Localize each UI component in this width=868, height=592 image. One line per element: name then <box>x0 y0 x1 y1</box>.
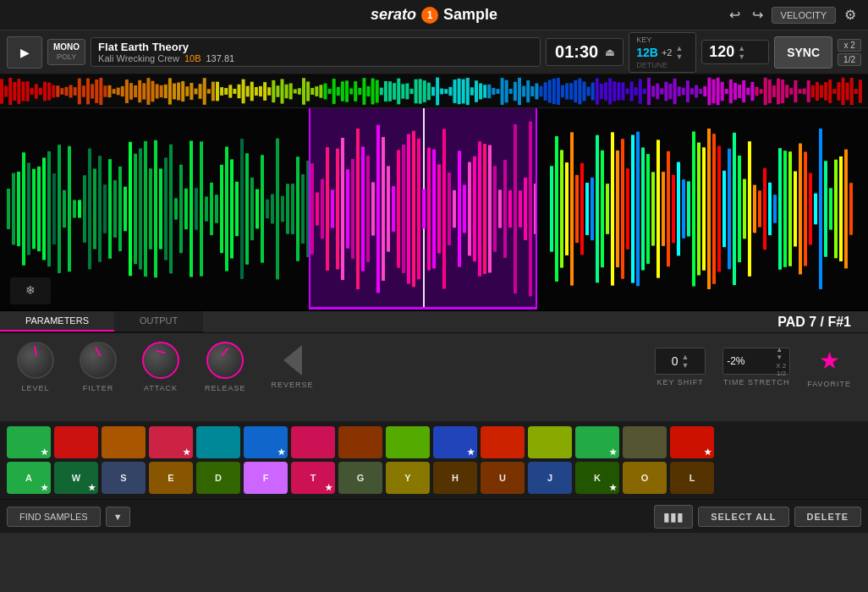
pad-top-1[interactable] <box>54 426 98 458</box>
svg-rect-258 <box>281 196 284 222</box>
svg-rect-338 <box>697 142 700 275</box>
pad-top-12[interactable]: ★ <box>575 426 619 458</box>
mult-x2-button[interactable]: x 2 <box>838 39 861 52</box>
pad-top-8[interactable] <box>386 426 430 458</box>
svg-rect-2 <box>4 86 8 97</box>
find-samples-button[interactable]: FIND SAMPLES <box>7 507 101 527</box>
pad-bottom-13[interactable]: O <box>623 462 667 494</box>
pad-bottom-14[interactable]: L <box>670 462 714 494</box>
time-stretch-arrows[interactable]: ▲ ▼ <box>776 346 786 361</box>
svg-rect-12 <box>47 83 51 101</box>
pad-letter-12: K <box>594 473 601 483</box>
pad-info: PAD 7 / F#1 <box>777 315 851 330</box>
svg-rect-55 <box>233 89 236 94</box>
params-right: 0 ▲ ▼ KEY SHIFT -2% ▲ ▼ <box>655 347 868 388</box>
svg-rect-8 <box>30 88 34 95</box>
key-arrows[interactable]: ▲ ▼ <box>675 44 683 61</box>
pad-top-4[interactable] <box>196 426 240 458</box>
pad-bottom-5[interactable]: F <box>244 462 288 494</box>
svg-rect-272 <box>351 159 354 259</box>
svg-rect-296 <box>473 156 476 261</box>
svg-rect-332 <box>667 151 670 266</box>
svg-rect-126 <box>540 86 543 97</box>
time-stretch-box: -2% ▲ ▼ X 2 1/2 <box>722 348 790 375</box>
waveform-main[interactable]: ❄ <box>0 108 868 310</box>
velocity-button[interactable]: VELOCITY <box>772 7 836 24</box>
detune-label: DETUNE <box>636 61 667 69</box>
svg-rect-65 <box>276 85 279 96</box>
svg-rect-221 <box>93 168 96 249</box>
release-knob[interactable] <box>206 342 244 379</box>
svg-rect-162 <box>695 85 698 98</box>
svg-rect-303 <box>508 190 512 227</box>
key-row: 12B +2 ▲ ▼ <box>636 44 683 61</box>
svg-rect-316 <box>585 183 589 235</box>
svg-rect-190 <box>816 82 819 101</box>
bars-button[interactable]: ▮▮▮ <box>654 505 693 529</box>
svg-rect-176 <box>755 87 759 96</box>
pad-top-7[interactable] <box>338 426 382 458</box>
mono-poly-button[interactable]: MONO POLY <box>47 39 85 65</box>
eject-button[interactable]: ⏏ <box>605 47 614 58</box>
pad-top-9[interactable]: ★ <box>433 426 477 458</box>
svg-rect-246 <box>220 165 223 253</box>
tab-parameters[interactable]: PARAMETERS <box>0 311 114 332</box>
mult-half-button[interactable]: 1/2 <box>838 53 861 66</box>
svg-rect-25 <box>103 85 107 96</box>
redo-button[interactable]: ↪ <box>749 5 766 25</box>
svg-rect-328 <box>646 154 650 264</box>
pad-bottom-6[interactable]: T★ <box>291 462 335 494</box>
pad-row-2: A★W★SEDFT★GYHUJK★OL <box>7 462 861 494</box>
svg-rect-214 <box>58 145 61 273</box>
pad-bottom-3[interactable]: E <box>149 462 193 494</box>
svg-rect-42 <box>177 83 180 101</box>
pad-top-14[interactable]: ★ <box>670 426 714 458</box>
pad-bottom-10[interactable]: U <box>481 462 525 494</box>
sync-button[interactable]: SYNC <box>774 36 832 69</box>
delete-button[interactable]: DELETE <box>794 507 861 527</box>
filter-knob[interactable] <box>80 342 117 379</box>
favorite-star[interactable]: ★ <box>819 347 840 375</box>
bpm-arrows[interactable]: ▲ ▼ <box>738 44 745 61</box>
pad-top-3[interactable]: ★ <box>149 426 193 458</box>
svg-rect-247 <box>225 146 228 271</box>
svg-rect-40 <box>168 78 172 104</box>
settings-button[interactable]: ⚙ <box>841 5 860 25</box>
svg-rect-27 <box>113 89 116 94</box>
select-all-button[interactable]: SELECT ALL <box>698 507 788 527</box>
dropdown-arrow-button[interactable]: ▼ <box>106 507 130 527</box>
pad-bottom-11[interactable]: J <box>528 462 572 494</box>
svg-rect-345 <box>733 133 736 285</box>
undo-button[interactable]: ↩ <box>726 5 744 25</box>
attack-knob[interactable] <box>142 342 179 379</box>
pad-bottom-12[interactable]: K★ <box>575 462 619 494</box>
time-stretch-right: ▲ ▼ X 2 1/2 <box>776 346 786 377</box>
pad-top-6[interactable] <box>291 426 335 458</box>
pad-bottom-0[interactable]: A★ <box>7 462 51 494</box>
pad-bottom-8[interactable]: Y <box>386 462 430 494</box>
svg-rect-361 <box>814 194 817 225</box>
pad-top-5[interactable]: ★ <box>244 426 288 458</box>
level-knob[interactable] <box>17 342 54 379</box>
svg-rect-351 <box>763 168 766 249</box>
pad-top-11[interactable] <box>528 426 572 458</box>
key-shift-arrows[interactable]: ▲ ▼ <box>682 353 689 370</box>
pad-top-13[interactable] <box>623 426 667 458</box>
pad-bottom-4[interactable]: D <box>196 462 240 494</box>
tab-output[interactable]: OUTPUT <box>114 311 203 332</box>
pad-bottom-2[interactable]: S <box>102 462 146 494</box>
pad-top-2[interactable] <box>102 426 146 458</box>
pad-bottom-1[interactable]: W★ <box>54 462 98 494</box>
waveform-overview[interactable]: // Draw colorful overview bars <box>0 74 868 108</box>
pad-bottom-9[interactable]: H <box>433 462 477 494</box>
svg-rect-358 <box>799 144 802 275</box>
pad-top-0[interactable]: ★ <box>7 426 51 458</box>
svg-rect-298 <box>483 144 486 274</box>
svg-rect-222 <box>98 156 102 262</box>
key-shift-box: 0 ▲ ▼ <box>655 348 706 375</box>
pad-top-10[interactable] <box>481 426 525 458</box>
play-button[interactable]: ▶ <box>7 36 42 69</box>
pad-bottom-7[interactable]: G <box>338 462 382 494</box>
svg-rect-47 <box>199 84 202 99</box>
reverse-button[interactable]: REVERSE <box>272 345 314 389</box>
